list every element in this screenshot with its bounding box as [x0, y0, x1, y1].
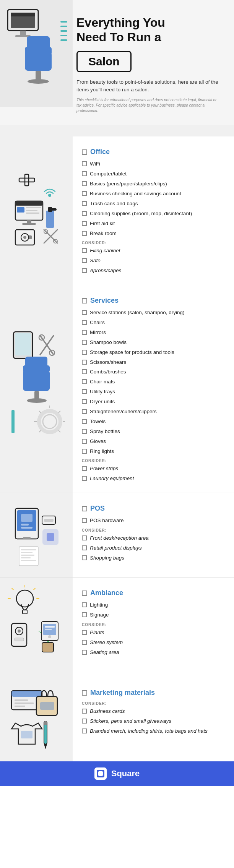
item-checkbox[interactable]: [82, 640, 87, 645]
item-checkbox[interactable]: [82, 429, 87, 434]
item-checkbox[interactable]: [82, 171, 87, 176]
svg-point-78: [16, 590, 33, 607]
list-item-consider: Stereo system: [82, 639, 223, 646]
list-item: Computer/tablet: [82, 170, 223, 178]
item-checkbox[interactable]: [82, 191, 87, 196]
svg-point-94: [48, 635, 51, 638]
item-checkbox[interactable]: [82, 650, 87, 655]
item-checkbox[interactable]: [82, 379, 87, 384]
svg-rect-50: [13, 415, 14, 419]
list-item: Break room: [82, 230, 223, 237]
svg-rect-66: [21, 527, 32, 529]
svg-rect-93: [45, 629, 52, 630]
list-item-consider: Retail product displays: [82, 545, 223, 552]
office-illustration: [0, 136, 73, 285]
item-checkbox[interactable]: [82, 535, 87, 540]
item-checkbox[interactable]: [82, 449, 87, 454]
item-checkbox[interactable]: [82, 350, 87, 355]
svg-rect-96: [11, 691, 42, 697]
svg-point-9: [28, 79, 49, 84]
item-checkbox[interactable]: [82, 602, 87, 607]
list-item-consider: Filing cabinet: [82, 247, 223, 255]
salon-label: Salon: [88, 55, 120, 68]
svg-line-59: [39, 430, 41, 432]
svg-rect-67: [23, 537, 31, 539]
list-item: Mirrors: [82, 329, 223, 336]
svg-point-17: [48, 194, 51, 197]
ambiance-illustration: [0, 578, 73, 677]
ambiance-content: Ambiance Lighting Signage CONSIDER: Plan…: [73, 578, 234, 677]
list-item: Lighting: [82, 602, 223, 609]
list-item: Towels: [82, 418, 223, 425]
svg-rect-22: [26, 210, 37, 211]
item-checkbox[interactable]: [82, 268, 87, 273]
svg-rect-98: [15, 703, 34, 704]
svg-rect-49: [13, 410, 14, 414]
svg-rect-14: [60, 39, 67, 41]
svg-rect-45: [25, 357, 47, 368]
svg-rect-79: [23, 610, 27, 614]
item-checkbox[interactable]: [82, 630, 87, 635]
item-checkbox[interactable]: [82, 248, 87, 253]
svg-point-31: [23, 236, 26, 239]
item-checkbox[interactable]: [82, 545, 87, 550]
pos-checkbox[interactable]: [82, 506, 87, 511]
item-checkbox[interactable]: [82, 728, 87, 733]
services-illustration: [0, 285, 73, 493]
item-checkbox[interactable]: [82, 555, 87, 560]
header-illustration: [0, 0, 73, 107]
list-item-consider: Aprons/capes: [82, 267, 223, 274]
item-checkbox[interactable]: [82, 476, 87, 481]
item-checkbox[interactable]: [82, 612, 87, 617]
list-item-consider: Plants: [82, 629, 223, 636]
services-section-title: Services: [82, 297, 223, 305]
list-item: Spray bottles: [82, 428, 223, 435]
ambiance-checkbox[interactable]: [82, 591, 87, 596]
list-item: Shampoo bowls: [82, 339, 223, 346]
item-checkbox[interactable]: [82, 466, 87, 471]
item-checkbox[interactable]: [82, 211, 87, 216]
svg-point-47: [27, 398, 47, 403]
list-item-consider: Stickers, pens and small giveaways: [82, 718, 223, 725]
item-checkbox[interactable]: [82, 709, 87, 714]
services-content: Services Service stations (salon, shampo…: [73, 285, 234, 493]
services-checkbox[interactable]: [82, 298, 87, 303]
item-checkbox[interactable]: [82, 360, 87, 365]
marketing-checkbox[interactable]: [82, 690, 87, 696]
item-checkbox[interactable]: [82, 161, 87, 166]
item-checkbox[interactable]: [82, 439, 87, 444]
svg-rect-99: [15, 706, 25, 707]
office-checkbox[interactable]: [82, 149, 87, 155]
svg-line-83: [12, 588, 13, 590]
header-disclaimer: This checklist is for educational purpos…: [76, 97, 219, 114]
item-checkbox[interactable]: [82, 330, 87, 335]
item-checkbox[interactable]: [82, 409, 87, 414]
list-item: First aid kit: [82, 220, 223, 227]
list-item: Gloves: [82, 438, 223, 445]
item-checkbox[interactable]: [82, 518, 87, 523]
list-item-consider: Branded merch, including shirts, tote ba…: [82, 728, 223, 735]
item-checkbox[interactable]: [82, 320, 87, 325]
consider-label: CONSIDER:: [82, 459, 223, 463]
marketing-section-title: Marketing materials: [82, 689, 223, 697]
svg-rect-38: [15, 333, 31, 355]
svg-rect-26: [46, 211, 54, 228]
item-checkbox[interactable]: [82, 369, 87, 374]
section-marketing: Marketing materials CONSIDER: Business c…: [0, 677, 234, 761]
item-checkbox[interactable]: [82, 181, 87, 186]
svg-rect-92: [45, 626, 55, 628]
item-checkbox[interactable]: [82, 258, 87, 263]
item-checkbox[interactable]: [82, 340, 87, 345]
svg-rect-72: [21, 552, 32, 553]
svg-line-81: [34, 588, 35, 590]
item-checkbox[interactable]: [82, 419, 87, 424]
item-checkbox[interactable]: [82, 201, 87, 206]
list-item: Cleaning supplies (broom, mop, disinfect…: [82, 210, 223, 217]
item-checkbox[interactable]: [82, 231, 87, 236]
section-office: Office WiFi Computer/tablet Basics (pens…: [0, 136, 234, 285]
item-checkbox[interactable]: [82, 399, 87, 404]
item-checkbox[interactable]: [82, 221, 87, 226]
item-checkbox[interactable]: [82, 719, 87, 724]
item-checkbox[interactable]: [82, 310, 87, 315]
item-checkbox[interactable]: [82, 389, 87, 394]
